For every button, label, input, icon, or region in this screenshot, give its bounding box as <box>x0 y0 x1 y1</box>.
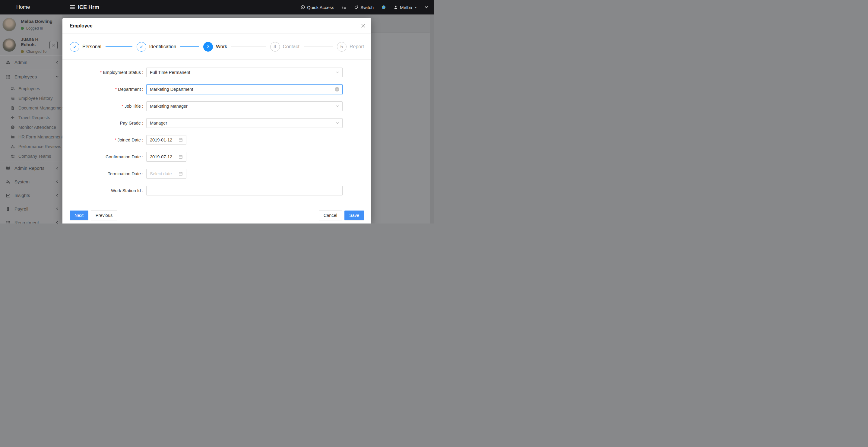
sitemap-icon <box>10 145 15 149</box>
step-label: Report <box>349 44 364 50</box>
sidebar-item-insights[interactable]: Insights <box>0 188 62 202</box>
chevron-left-icon <box>56 207 59 211</box>
chevron-left-icon <box>56 193 59 197</box>
sidebar-item-label: Payroll <box>14 206 56 211</box>
sidebar-item-label: Admin Reports <box>14 166 56 171</box>
sidebar-item-payroll[interactable]: Payroll <box>0 202 62 216</box>
sidebar-item-employees[interactable]: Employees <box>0 84 62 93</box>
check-icon <box>136 42 146 52</box>
sidebar: Melba Dowling Logged In Juana R Echols C… <box>0 14 62 224</box>
todo-list-button[interactable] <box>342 5 346 9</box>
sidebar-item-admin[interactable]: Admin <box>0 56 62 69</box>
employment-status-select[interactable]: Full Time Permanent <box>146 67 343 77</box>
pay-grade-select[interactable]: Manager <box>146 118 343 128</box>
sidebar-item-employees[interactable]: Employees <box>0 69 62 84</box>
profile-card[interactable]: Melba Dowling Logged In <box>0 14 62 35</box>
modal-footer: Next Previous Cancel Save <box>62 203 371 220</box>
switch-label: Switch <box>361 5 374 10</box>
step-report[interactable]: 5Report <box>337 42 364 52</box>
previous-button[interactable]: Previous <box>91 211 117 220</box>
sidebar-item-travel-requests[interactable]: Travel Requests <box>0 113 62 122</box>
form-row: *DepartmentMarketing Department✕ <box>70 85 364 94</box>
profile-status: Changed To <box>26 50 46 54</box>
select-value: Marketing Department <box>150 87 193 92</box>
close-icon[interactable] <box>50 41 58 49</box>
switch-button[interactable]: Switch <box>354 5 374 10</box>
work-station-id-input-field[interactable] <box>150 188 339 193</box>
sidebar-item-company-teams[interactable]: Company Teams <box>0 151 62 161</box>
sidebar-item-monitor-attendance[interactable]: Monitor Attendance <box>0 122 62 132</box>
joined-date-picker[interactable]: 2019-01-12 <box>146 135 186 145</box>
field-label: Pay Grade <box>70 121 143 125</box>
clock-icon <box>10 125 15 129</box>
cubes-icon <box>6 60 10 64</box>
status-dot <box>21 27 24 30</box>
caret-down-icon: ▾ <box>415 6 416 9</box>
folder-icon <box>10 135 15 139</box>
task-list-icon <box>10 96 15 100</box>
brand-title[interactable]: ICE Hrm <box>78 4 99 10</box>
sidebar-item-label: HR Form Management <box>19 135 62 139</box>
user-icon <box>394 5 398 9</box>
job-title-select[interactable]: Marketing Manager <box>146 101 343 111</box>
step-contact[interactable]: 4Contact <box>270 42 337 52</box>
sidebar-item-label: Employee History <box>19 96 59 101</box>
department-select[interactable]: Marketing Department <box>146 85 343 94</box>
sidebar-item-system[interactable]: System <box>0 175 62 188</box>
sidebar-item-document-management[interactable]: Document Management <box>0 103 62 113</box>
cancel-button[interactable]: Cancel <box>319 211 342 220</box>
required-asterisk: * <box>100 70 102 75</box>
select-value: Manager <box>150 121 167 125</box>
step-work[interactable]: 3Work <box>203 42 270 52</box>
user-friends-icon <box>10 87 15 91</box>
sidebar-item-admin-reports[interactable]: Admin Reports <box>0 161 62 175</box>
save-button[interactable]: Save <box>344 211 364 220</box>
date-value: Select date <box>150 171 172 176</box>
quick-access-button[interactable]: Quick Access <box>301 5 334 10</box>
chevron-down-icon <box>424 5 429 9</box>
sidebar-item-performance-reviews[interactable]: Performance Reviews <box>0 142 62 151</box>
field-label: *Joined Date <box>70 138 143 142</box>
confirmation-date-picker[interactable]: 2019-07-12 <box>146 152 186 162</box>
nav-home-link[interactable]: Home <box>0 4 62 10</box>
plane-icon <box>10 116 15 120</box>
sidebar-item-label: System <box>14 179 56 184</box>
step-number: 4 <box>270 42 280 52</box>
select-value: Marketing Manager <box>150 104 188 109</box>
language-button[interactable] <box>381 5 386 9</box>
chevron-left-icon <box>56 167 59 170</box>
user-menu[interactable]: Melba ▾ <box>394 5 416 10</box>
avatar <box>2 38 16 52</box>
modal-header: Employee <box>62 18 371 34</box>
step-identification[interactable]: Identification <box>136 42 204 52</box>
form-row: *Employment StatusFull Time Permanent <box>70 67 364 77</box>
date-value: 2019-07-12 <box>150 154 172 159</box>
gears-icon <box>6 180 10 184</box>
clear-icon[interactable]: ✕ <box>335 87 339 92</box>
top-navbar: Home ICE Hrm Quick Access Switch Melba ▾ <box>0 0 434 14</box>
work-station-id-input[interactable] <box>146 186 343 196</box>
sidebar-item-hr-form-management[interactable]: HR Form Management <box>0 132 62 142</box>
next-button[interactable]: Next <box>70 211 88 220</box>
calendar-icon <box>179 138 183 142</box>
sidebar-item-label: Monitor Attendance <box>19 125 59 130</box>
sidebar-item-employee-history[interactable]: Employee History <box>0 93 62 103</box>
profile-card[interactable]: Juana R Echols Changed To <box>0 35 62 55</box>
profile-name: Juana R Echols <box>21 36 38 47</box>
sidebar-item-label: Admin <box>14 60 56 65</box>
form-row: Confirmation Date2019-07-12 <box>70 152 364 162</box>
termination-date-picker[interactable]: Select date <box>146 169 186 179</box>
sidebar-item-recruitment[interactable]: Recruitment <box>0 216 62 224</box>
close-icon[interactable] <box>361 23 366 28</box>
sidebar-item-label: Company Teams <box>19 154 59 159</box>
form-row: Work Station Id <box>70 186 364 196</box>
step-personal[interactable]: Personal <box>70 42 136 52</box>
grid-icon <box>6 74 10 79</box>
collapse-navbar-button[interactable] <box>424 5 429 9</box>
form-row: Termination DateSelect date <box>70 169 364 179</box>
sidebar-item-label: Recruitment <box>14 220 56 224</box>
modal-title: Employee <box>70 23 93 29</box>
select-arrow-icon <box>336 121 339 125</box>
chevron-left-icon <box>56 61 59 64</box>
hamburger-icon[interactable] <box>70 4 75 10</box>
